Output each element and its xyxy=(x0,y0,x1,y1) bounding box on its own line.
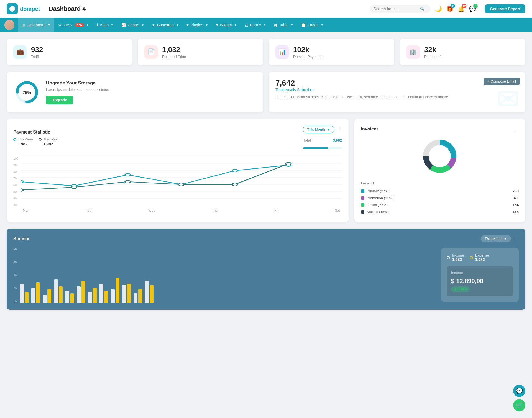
gift-badge: 2 xyxy=(451,4,455,8)
storage-pct: 75% xyxy=(23,90,31,95)
stat-card-tariff: 💼 932 Tariff xyxy=(7,39,132,65)
svg-point-15 xyxy=(21,189,23,191)
income-expense-card: Income 1.982 Expense 1.982 Income $ xyxy=(441,248,519,302)
main-navbar: ⊞ Dashboard ▼ ⚙ CMS New ▼ ℹ Apps ▼ 📈 Cha… xyxy=(0,18,532,32)
statistic-filter-button[interactable]: This Month ▼ xyxy=(481,235,511,242)
generate-report-button[interactable]: Generate Report xyxy=(485,4,525,13)
nav-item-pages[interactable]: 📋 Pages ▼ xyxy=(297,18,328,32)
invoice-legend: Legend Primary (27%) 763 Promotion (11%)… xyxy=(361,181,519,215)
stat-card-required-price: 📄 1,032 Required Price xyxy=(138,39,263,65)
invoices-title: Invoices xyxy=(361,127,379,132)
chevron-down-icon: ▼ xyxy=(234,24,237,27)
nav-item-dashboard[interactable]: ⊞ Dashboard ▼ xyxy=(18,18,54,32)
nav-item-plugins[interactable]: ♥ Plugins ▼ xyxy=(183,18,212,32)
force-tariff-icon: 🏢 xyxy=(406,45,420,59)
bar-group xyxy=(54,279,63,303)
y-axis-labels: 100 90 80 70 60 50 40 30 xyxy=(13,157,21,207)
chevron-down-icon: ▼ xyxy=(205,24,208,27)
stat-card-force-tariff: 🏢 32k Force tariff xyxy=(400,39,525,65)
chevron-down-icon: ▼ xyxy=(291,24,293,27)
bar-group xyxy=(145,281,154,303)
statistic-section: Statistic This Month ▼ ⋮ 50 40 30 2 xyxy=(7,229,525,310)
detailed-payments-icon: 📊 xyxy=(275,45,289,59)
dark-mode-icon[interactable]: 🌙 xyxy=(435,6,442,12)
payment-filter-button[interactable]: This Month ▼ xyxy=(303,126,334,133)
income-amount: $ 12,890,00 xyxy=(451,278,509,285)
stat-card-content: 102k Detailed Payments xyxy=(293,45,323,59)
stat-card-content: 32k Force tariff xyxy=(424,45,441,59)
chevron-down-icon: ▼ xyxy=(141,24,144,27)
legend-title: Legend xyxy=(361,181,519,185)
gift-icon[interactable]: 🎁 2 xyxy=(446,6,453,12)
payment-more-button[interactable]: ⋮ xyxy=(337,126,342,133)
stat-cards-grid: 💼 932 Tariff 📄 1,032 Required Price 📊 10… xyxy=(7,39,525,65)
payment-card: Payment Statistic This Week 1.982 This W… xyxy=(7,119,349,222)
svg-point-11 xyxy=(125,173,130,176)
svg-point-19 xyxy=(232,183,237,186)
tariff-icon: 💼 xyxy=(13,45,27,59)
chevron-down-icon: ▼ xyxy=(321,24,323,27)
nav-item-widget[interactable]: ♥ Widget ▼ xyxy=(212,18,241,32)
bell-icon[interactable]: 🔔 12 xyxy=(458,6,465,12)
nav-item-apps[interactable]: ℹ Apps ▼ xyxy=(93,18,117,32)
income-val: 1.982 xyxy=(452,257,464,262)
upgrade-title: Upgrade Your Storage xyxy=(46,80,109,86)
upgrade-button[interactable]: Upgrade xyxy=(46,96,73,104)
middle-section: 75% Upgrade Your Storage Lorem ipsum dol… xyxy=(7,72,525,112)
upgrade-card: 75% Upgrade Your Storage Lorem ipsum dol… xyxy=(7,72,263,112)
stat-card-detailed-payments: 📊 102k Detailed Payments xyxy=(269,39,394,65)
legend-item-2: This Week 1.982 xyxy=(39,137,59,146)
svg-point-16 xyxy=(71,186,77,189)
email-subtitle: Total emails Subcriber. xyxy=(275,88,519,92)
expense-dot xyxy=(470,256,473,259)
force-tariff-value: 32k xyxy=(424,45,441,54)
legend-color-primary xyxy=(361,189,364,193)
chevron-down-icon: ▼ xyxy=(263,24,266,27)
tariff-label: Tariff xyxy=(31,55,43,59)
email-description: Lorem ipsum dolor sit amet, consectetur … xyxy=(275,94,519,100)
force-tariff-label: Force tariff xyxy=(424,55,441,59)
email-bg-icon: ✉ xyxy=(497,83,520,112)
stat-card-content: 932 Tariff xyxy=(31,45,43,59)
search-bar: 🔍 xyxy=(370,5,431,13)
income-growth-badge: ▲ +15% xyxy=(451,286,470,292)
invoices-more-button[interactable]: ⋮ xyxy=(513,126,519,132)
chevron-down-icon: ▼ xyxy=(503,237,507,241)
dot-teal xyxy=(13,138,16,141)
logo-text: dompet xyxy=(20,6,40,12)
search-input[interactable] xyxy=(374,7,418,11)
svg-point-9 xyxy=(21,180,23,183)
nav-item-forms[interactable]: 🖨 Forms ▼ xyxy=(241,18,270,32)
bar-group xyxy=(20,284,29,303)
logo: dompet xyxy=(7,3,40,14)
legend-row-socials: Socials (15%) 154 xyxy=(361,208,519,215)
legend-color-socials xyxy=(361,210,364,214)
chat-icon[interactable]: 💬 5 xyxy=(469,6,476,12)
invoices-header: Invoices ⋮ xyxy=(361,126,519,132)
widget-icon: ♥ xyxy=(216,23,218,27)
bar-group xyxy=(122,284,131,303)
main-content: 💼 932 Tariff 📄 1,032 Required Price 📊 10… xyxy=(0,32,532,316)
bar-group xyxy=(99,284,108,303)
chevron-down-icon: ▼ xyxy=(176,24,179,27)
svg-point-17 xyxy=(125,180,130,183)
payment-title: Payment Statistic This Week 1.982 This W… xyxy=(13,130,59,148)
payment-legend: This Week 1.982 This Week 1.982 xyxy=(13,137,59,146)
nav-item-charts[interactable]: 📈 Charts ▼ xyxy=(117,18,148,32)
legend-row-forum: Forum (22%) 154 xyxy=(361,201,519,208)
nav-item-cms[interactable]: ⚙ CMS New ▼ xyxy=(54,18,93,32)
chat-badge: 5 xyxy=(473,4,478,8)
svg-point-13 xyxy=(232,169,237,172)
bar-group xyxy=(43,289,51,303)
dot-dark xyxy=(39,138,42,141)
statistic-title: Statistic xyxy=(13,236,30,241)
bar-group xyxy=(111,278,119,303)
nav-item-bootstrap[interactable]: ★ Bootstrap ▼ xyxy=(148,18,183,32)
required-price-icon: 📄 xyxy=(144,45,158,59)
statistic-more-button[interactable]: ⋮ xyxy=(513,235,519,242)
income-label: Income xyxy=(452,253,464,257)
app-header: dompet Dashboard 4 🔍 🌙 🎁 2 🔔 12 💬 5 Gene… xyxy=(0,0,532,18)
nav-item-table[interactable]: ▦ Table ▼ xyxy=(270,18,297,32)
legend-item-1: This Week 1.982 xyxy=(13,137,33,146)
legend-color-forum xyxy=(361,203,364,207)
